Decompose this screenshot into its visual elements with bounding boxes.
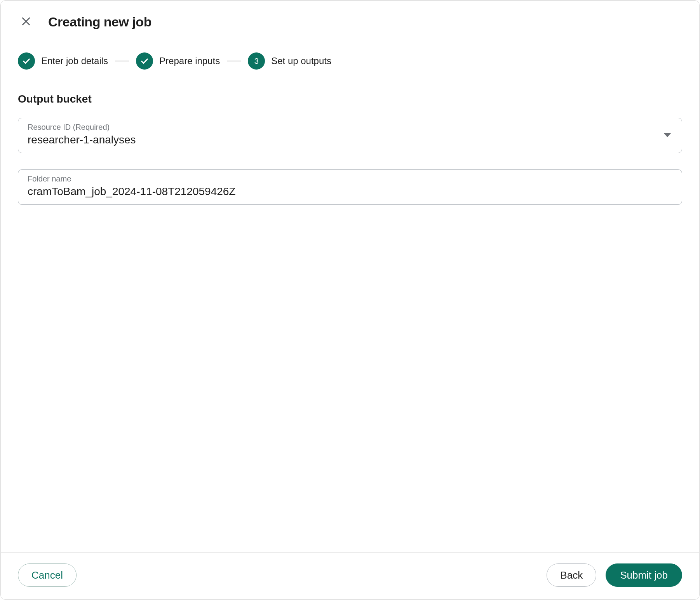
submit-job-button[interactable]: Submit job [606,563,682,587]
dialog-footer: Cancel Back Submit job [1,552,699,599]
step-number-badge: 3 [248,52,265,70]
dialog-header: Creating new job [1,1,699,38]
output-bucket-fields: Resource ID (Required) researcher-1-anal… [1,113,699,209]
step-label: Enter job details [41,56,108,66]
svg-marker-2 [664,133,671,137]
footer-actions-right: Back Submit job [547,563,682,587]
field-value: researcher-1-analyses [28,133,672,147]
dialog-title: Creating new job [48,14,151,30]
step-connector [115,61,129,61]
folder-name-input[interactable] [28,184,672,199]
step-label: Prepare inputs [159,56,220,66]
check-icon [18,52,35,70]
step-set-up-outputs[interactable]: 3 Set up outputs [248,52,331,70]
resource-id-select[interactable]: Resource ID (Required) researcher-1-anal… [18,118,682,153]
close-icon [20,16,32,28]
back-button[interactable]: Back [547,563,596,587]
field-label: Folder name [28,174,672,183]
step-label: Set up outputs [271,56,331,66]
close-button[interactable] [18,13,34,31]
step-prepare-inputs[interactable]: Prepare inputs [136,52,220,70]
folder-name-field[interactable]: Folder name [18,169,682,205]
field-label: Resource ID (Required) [28,123,672,132]
cancel-button[interactable]: Cancel [18,563,77,587]
step-enter-job-details[interactable]: Enter job details [18,52,108,70]
stepper: Enter job details Prepare inputs 3 Set u… [1,38,699,81]
create-job-dialog: Creating new job Enter job details Prepa… [0,0,700,600]
step-connector [227,61,241,61]
check-icon [136,52,153,70]
chevron-down-icon [664,133,671,137]
section-title-output-bucket: Output bucket [1,81,699,113]
